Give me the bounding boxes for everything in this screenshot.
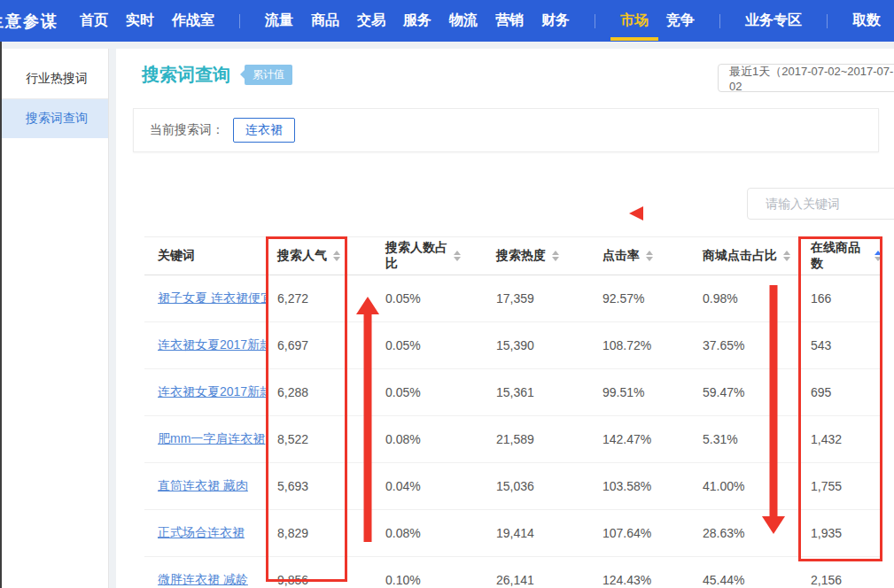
value-cell: 15,390 [461, 338, 567, 352]
keyword-search-box[interactable] [747, 188, 894, 220]
nav-item[interactable]: 市场 [620, 0, 649, 42]
value-cell: 15,361 [461, 385, 567, 399]
sidebar-item[interactable]: 行业热搜词 [2, 59, 108, 99]
keyword-link[interactable]: 微胖连衣裙 减龄 [158, 572, 248, 586]
keyword-cell: 连衣裙女夏2017新款... [144, 337, 266, 353]
nav-menu: 首页实时作战室流量商品交易服务物流营销财务市场竞争业务专区取数 [80, 0, 881, 42]
column-header[interactable]: 搜索人气 [266, 248, 347, 264]
value-cell: 6,272 [266, 291, 347, 306]
table-row: 肥mm一字肩连衣裙8,5220.08%21,589142.47%5.31%1,4… [144, 416, 882, 463]
value-cell: 21,589 [461, 432, 567, 446]
keyword-cell: 连衣裙女夏2017新款... [144, 384, 266, 400]
column-header-label: 商城点击占比 [703, 248, 777, 264]
search-terms-table: 关键词搜索人气搜索人数占比搜索热度点击率商城点击占比在线商品数裙子女夏 连衣裙便… [144, 236, 882, 588]
column-header[interactable]: 搜索热度 [461, 248, 567, 264]
value-cell: 26,141 [461, 573, 567, 587]
nav-separator [595, 14, 595, 28]
value-cell: 5.31% [673, 432, 800, 446]
keyword-search-input[interactable] [764, 196, 894, 212]
column-header-label: 搜索人数占比 [385, 240, 447, 272]
value-cell: 15,036 [461, 479, 567, 493]
value-cell: 0.08% [347, 432, 461, 446]
keyword-link[interactable]: 裙子女夏 连衣裙便宜5... [158, 290, 266, 305]
value-cell: 1,755 [800, 479, 882, 493]
value-cell: 0.04% [347, 479, 461, 493]
date-range-text: 最近1天（2017-07-02~2017-07-02 [729, 64, 894, 92]
column-header-label: 在线商品数 [811, 240, 868, 272]
current-keyword-label: 当前搜索词： [150, 122, 224, 138]
value-cell: 37.65% [673, 338, 800, 352]
value-cell: 103.58% [567, 479, 673, 493]
sort-icon[interactable] [333, 251, 340, 261]
table-row: 裙子女夏 连衣裙便宜5...6,2720.05%17,35992.57%0.98… [144, 275, 882, 322]
nav-item[interactable]: 实时 [126, 0, 154, 42]
value-cell: 107.64% [567, 526, 673, 540]
value-cell: 0.08% [347, 526, 461, 540]
nav-item[interactable]: 财务 [541, 0, 570, 42]
nav-separator [719, 14, 720, 28]
keyword-link[interactable]: 连衣裙女夏2017新款... [158, 337, 266, 352]
value-cell: 92.57% [567, 291, 673, 306]
value-cell: 695 [800, 385, 882, 399]
date-range-picker[interactable]: 最近1天（2017-07-02~2017-07-02 [718, 64, 894, 92]
sort-icon[interactable] [454, 251, 461, 261]
nav-item[interactable]: 物流 [449, 0, 478, 42]
nav-item[interactable]: 作战室 [172, 0, 214, 42]
sort-icon[interactable] [875, 251, 882, 261]
app-logo[interactable]: 生意参谋 [0, 11, 58, 32]
keyword-link[interactable]: 肥mm一字肩连衣裙 [158, 431, 265, 445]
nav-item[interactable]: 竞争 [666, 0, 695, 42]
nav-item[interactable]: 首页 [80, 0, 108, 42]
page-body: 行业热搜词搜索词查询 搜索词查询 累计值 最近1天（2017-07-02~201… [0, 42, 894, 588]
value-cell: 5,693 [266, 479, 347, 493]
sidebar: 行业热搜词搜索词查询 [2, 49, 109, 588]
column-header[interactable]: 在线商品数 [800, 240, 882, 272]
value-cell: 108.72% [567, 338, 673, 352]
nav-item[interactable]: 业务专区 [745, 0, 802, 42]
nav-item[interactable]: 服务 [403, 0, 431, 42]
sort-icon[interactable] [552, 251, 559, 261]
column-header-label: 搜索热度 [496, 248, 546, 264]
keyword-link[interactable]: 正式场合连衣裙 [158, 525, 245, 539]
column-header-label: 关键词 [158, 248, 195, 264]
value-cell: 17,359 [461, 291, 567, 306]
value-cell: 0.05% [347, 338, 461, 352]
value-cell: 166 [800, 291, 882, 306]
nav-item[interactable]: 商品 [311, 0, 339, 42]
current-keyword-panel: 当前搜索词： 连衣裙 [133, 108, 879, 152]
value-cell: 19,414 [461, 526, 567, 540]
keyword-cell: 微胖连衣裙 减龄 [144, 572, 266, 588]
table-row: 连衣裙女夏2017新款...6,6970.05%15,390108.72%37.… [144, 322, 882, 369]
value-cell: 0.05% [347, 385, 461, 399]
value-cell: 99.51% [567, 385, 673, 399]
nav-item[interactable]: 营销 [495, 0, 524, 42]
column-header[interactable]: 商城点击占比 [673, 248, 800, 264]
column-header-label: 搜索人气 [277, 248, 327, 264]
keyword-cell: 裙子女夏 连衣裙便宜5... [144, 290, 266, 306]
column-header[interactable]: 点击率 [567, 248, 673, 264]
value-cell: 8,522 [266, 432, 347, 446]
value-cell: 0.10% [347, 573, 461, 587]
value-cell: 1,935 [800, 526, 882, 540]
sort-icon[interactable] [646, 251, 653, 261]
keyword-cell: 正式场合连衣裙 [144, 525, 266, 541]
value-cell: 124.43% [567, 573, 673, 587]
column-header[interactable]: 搜索人数占比 [347, 240, 461, 272]
nav-separator [827, 14, 828, 28]
cumulative-value-badge: 累计值 [245, 65, 292, 85]
value-cell: 142.47% [567, 432, 673, 446]
keyword-cell: 肥mm一字肩连衣裙 [144, 431, 266, 447]
keyword-link[interactable]: 连衣裙女夏2017新款... [158, 384, 266, 398]
nav-separator [239, 14, 240, 28]
value-cell: 0.05% [347, 291, 461, 306]
keyword-chip[interactable]: 连衣裙 [233, 118, 295, 143]
nav-item[interactable]: 取数 [852, 0, 881, 42]
sort-icon[interactable] [783, 251, 790, 261]
keyword-cell: 直筒连衣裙 藏肉 [144, 478, 266, 494]
keyword-link[interactable]: 直筒连衣裙 藏肉 [158, 478, 248, 492]
nav-item[interactable]: 交易 [357, 0, 385, 42]
value-cell: 41.00% [673, 479, 800, 493]
sidebar-item[interactable]: 搜索词查询 [2, 99, 108, 138]
nav-item[interactable]: 流量 [265, 0, 293, 42]
value-cell: 45.44% [673, 573, 800, 587]
